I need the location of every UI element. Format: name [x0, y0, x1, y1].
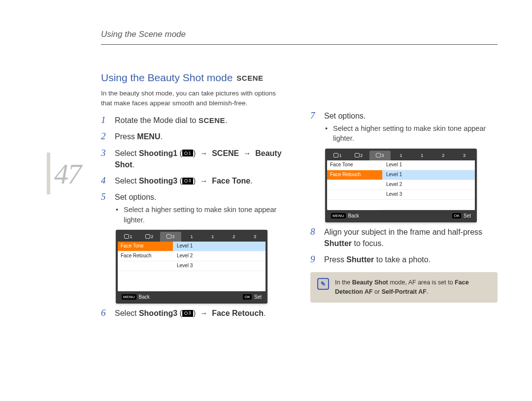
section-title: Using the Beauty Shot mode SCENE — [101, 72, 288, 84]
menu-tab: 2 — [348, 151, 369, 160]
menu-value: Level 1 — [382, 160, 475, 170]
page-side-tab — [47, 153, 50, 194]
menu-tab: 2 — [139, 232, 160, 242]
step-number: 3 — [101, 148, 109, 170]
step-7-bullet: • Select a higher setting to make skin t… — [324, 123, 498, 144]
scene-dial-icon: SCENE — [199, 115, 225, 126]
menu-item — [327, 190, 382, 200]
menu-item — [327, 180, 382, 190]
menu-tab: 1 — [202, 232, 223, 242]
step-7-text: Set options. • Select a higher setting t… — [324, 110, 498, 144]
step-9-text: Press Shutter to take a photo. — [324, 254, 498, 265]
camera-icon — [355, 153, 360, 157]
info-note: ✎ In the Beauty Shot mode, AF area is se… — [310, 272, 498, 303]
step-number: 2 — [101, 131, 109, 142]
camera-menu-face-tone: 1 2 3 1 1 2 3 Face ToneLevel 1 Face Reto… — [116, 230, 267, 304]
menu-tab: 2 — [432, 151, 454, 160]
menu-tab: 1 — [181, 232, 202, 242]
menu-value: Level 2 — [382, 180, 475, 190]
menu-set-hint: OKSet — [243, 294, 262, 300]
menu-tab: 1 — [327, 151, 348, 160]
menu-set-hint: OKSet — [452, 213, 471, 218]
bullet-icon: • — [116, 205, 119, 225]
scene-mode-icon: SCENE — [236, 74, 263, 82]
menu-value: Level 2 — [173, 251, 266, 261]
menu-back-hint: MENUBack — [331, 213, 359, 218]
step-6-text: Select Shooting3 (3) → Face Retouch. — [115, 308, 288, 319]
menu-back-hint: MENUBack — [122, 294, 150, 300]
step-5-bullet: • Select a higher setting to make skin t… — [115, 205, 288, 225]
menu-tab: 1 — [391, 151, 412, 160]
step-1-text: Rotate the Mode dial to SCENE. — [115, 115, 288, 126]
menu-item — [118, 261, 173, 271]
page-header: Using the Scene mode — [101, 30, 498, 45]
step-2-text: Press MENU. — [115, 131, 288, 142]
camera-tab-icon: 3 — [182, 178, 193, 185]
step-number: 1 — [101, 115, 109, 126]
menu-tab: 2 — [223, 232, 244, 242]
step-3-text: Select Shooting1 (1) → SCENE → Beauty Sh… — [115, 148, 288, 170]
camera-icon — [333, 153, 338, 157]
step-number: 6 — [101, 308, 109, 319]
step-4-text: Select Shooting3 (3) → Face Tone. — [115, 175, 288, 186]
bullet-icon: • — [325, 123, 328, 144]
section-title-text: Using the Beauty Shot mode — [101, 72, 233, 84]
step-number: 5 — [101, 191, 109, 225]
page-number: 47 — [54, 157, 81, 190]
step-5-text: Set options. • Select a higher setting t… — [115, 191, 288, 225]
menu-tab: 3 — [454, 151, 475, 160]
menu-tab: 1 — [411, 151, 432, 160]
menu-value: Level 3 — [173, 261, 266, 271]
menu-tab: 1 — [118, 232, 139, 242]
menu-value-selected: Level 1 — [382, 170, 475, 180]
camera-menu-face-retouch: 1 2 3 1 1 2 3 Face ToneLevel 1 Face Reto… — [325, 149, 477, 222]
step-number: 4 — [101, 175, 109, 186]
menu-tab-active: 3 — [369, 151, 391, 160]
menu-item: Face Tone — [327, 160, 382, 170]
info-note-text: In the Beauty Shot mode, AF area is set … — [335, 278, 491, 297]
camera-icon — [166, 234, 171, 239]
menu-item-selected: Face Retouch — [327, 170, 382, 180]
camera-icon — [124, 234, 129, 239]
menu-value-selected: Level 1 — [173, 242, 266, 251]
step-8-text: Align your subject in the frame and half… — [324, 226, 498, 249]
camera-tab-icon: 1 — [182, 150, 193, 156]
camera-tab-icon: 3 — [182, 310, 193, 317]
menu-tab: 3 — [244, 232, 266, 242]
step-number: 7 — [310, 110, 318, 144]
menu-item-selected: Face Tone — [118, 242, 173, 251]
menu-tab-active: 3 — [160, 232, 181, 242]
menu-value: Level 3 — [382, 190, 475, 200]
camera-icon — [145, 234, 150, 239]
step-number: 9 — [310, 254, 318, 265]
section-intro: In the beauty shot mode, you can take pi… — [101, 89, 278, 108]
menu-item: Face Retouch — [118, 251, 173, 261]
info-icon: ✎ — [317, 278, 329, 290]
camera-icon — [376, 153, 381, 157]
step-number: 8 — [310, 226, 318, 249]
